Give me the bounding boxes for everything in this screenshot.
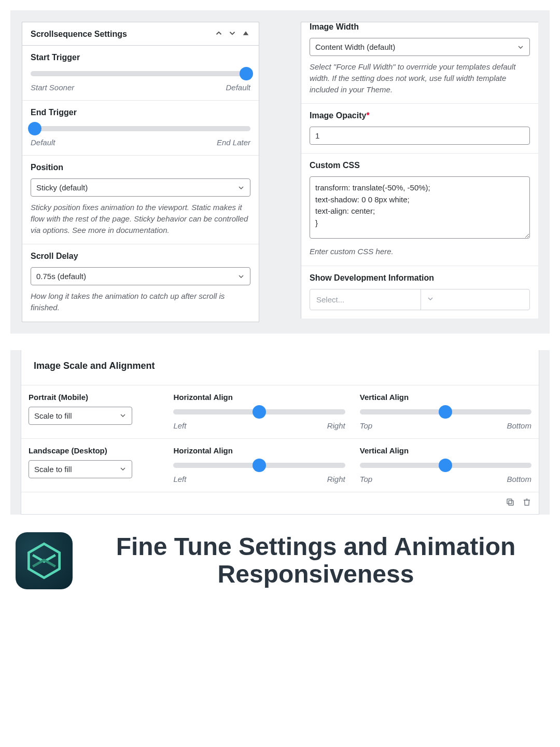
move-up-icon[interactable]: [214, 29, 223, 40]
image-opacity-input[interactable]: [310, 127, 530, 145]
scroll-delay-select[interactable]: 0.75s (default): [31, 267, 250, 285]
portrait-row: Portrait (Mobile) Scale to fill Horizont…: [21, 385, 539, 438]
image-width-label: Image Width: [310, 22, 530, 32]
landscape-row: Landscape (Desktop) Scale to fill Horizo…: [21, 438, 539, 492]
dev-info-section: Show Development Information Select...: [301, 266, 538, 319]
position-label: Position: [31, 163, 250, 172]
start-trigger-right-label: Default: [226, 83, 250, 92]
custom-css-textarea[interactable]: [310, 176, 530, 239]
trash-icon[interactable]: [522, 497, 531, 509]
end-trigger-right-label: End Later: [217, 138, 250, 147]
end-trigger-section: End Trigger Default End Later: [22, 101, 259, 156]
scroll-delay-label: Scroll Delay: [31, 252, 250, 261]
dev-info-select[interactable]: Select...: [310, 289, 530, 310]
image-scale-title: Image Scale and Alignment: [21, 350, 539, 385]
landscape-valign-label: Vertical Align: [360, 446, 531, 455]
position-select[interactable]: Sticky (default): [31, 178, 250, 197]
chevron-down-icon: [421, 289, 529, 310]
landscape-label: Landscape (Desktop): [29, 446, 159, 455]
custom-css-label: Custom CSS: [310, 161, 530, 170]
panel-title: Scrollsequence Settings: [31, 30, 127, 39]
portrait-valign-slider[interactable]: [360, 407, 531, 417]
portrait-halign-slider[interactable]: [173, 407, 345, 417]
image-width-select[interactable]: Content Width (default): [310, 38, 530, 56]
image-opacity-section: Image Opacity*: [301, 104, 538, 154]
portrait-valign-label: Vertical Align: [360, 393, 531, 402]
duplicate-icon[interactable]: [506, 497, 515, 509]
portrait-halign-label: Horizontal Align: [173, 393, 345, 402]
image-opacity-label: Image Opacity*: [310, 111, 530, 120]
hero-title: Fine Tune Settings and Animation Respons…: [87, 533, 544, 588]
portrait-scale-select[interactable]: Scale to fill: [29, 407, 132, 425]
position-section: Position Sticky (default) Sticky positio…: [22, 156, 259, 244]
end-trigger-slider[interactable]: [31, 123, 250, 134]
custom-css-help: Enter custom CSS here.: [310, 246, 530, 257]
start-trigger-left-label: Start Sooner: [31, 83, 74, 92]
start-trigger-slider[interactable]: [31, 68, 250, 79]
svg-marker-0: [243, 31, 249, 35]
right-settings-panel: Image Width Content Width (default) Sele…: [301, 22, 538, 319]
panel-header: Scrollsequence Settings: [22, 22, 259, 46]
position-help: Sticky position fixes animation to the v…: [31, 202, 250, 236]
svg-rect-1: [509, 501, 513, 505]
scroll-delay-help: How long it takes the animation to catch…: [31, 290, 250, 313]
scrollsequence-logo-icon: [16, 532, 73, 589]
hero: Fine Tune Settings and Animation Respons…: [10, 515, 550, 600]
portrait-label: Portrait (Mobile): [29, 393, 159, 402]
image-width-section: Image Width Content Width (default) Sele…: [301, 22, 538, 104]
start-trigger-label: Start Trigger: [31, 53, 250, 62]
collapse-icon[interactable]: [241, 29, 250, 40]
custom-css-section: Custom CSS Enter custom CSS here.: [301, 154, 538, 266]
landscape-valign-slider[interactable]: [360, 460, 531, 471]
start-trigger-section: Start Trigger Start Sooner Default: [22, 46, 259, 101]
image-scale-alignment-panel: Image Scale and Alignment Portrait (Mobi…: [21, 350, 539, 515]
scrollsequence-settings-panel: Scrollsequence Settings Start Trigger: [22, 22, 259, 322]
svg-rect-2: [507, 499, 512, 504]
scroll-delay-section: Scroll Delay 0.75s (default) How long it…: [22, 244, 259, 322]
landscape-halign-slider[interactable]: [173, 460, 345, 471]
image-width-help: Select "Force Full Width" to overrride y…: [310, 61, 530, 95]
end-trigger-label: End Trigger: [31, 108, 250, 117]
move-down-icon[interactable]: [228, 29, 237, 40]
panel-footer-actions: [21, 492, 539, 514]
landscape-halign-label: Horizontal Align: [173, 446, 345, 455]
dev-info-label: Show Development Information: [310, 273, 530, 283]
landscape-scale-select[interactable]: Scale to fill: [29, 460, 132, 478]
end-trigger-left-label: Default: [31, 138, 55, 147]
